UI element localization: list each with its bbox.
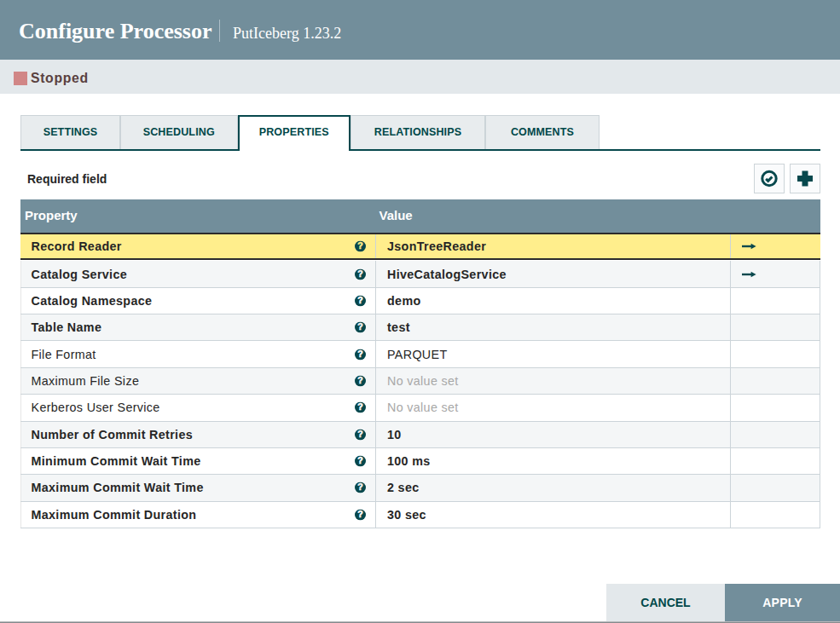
svg-text:?: ? [357, 376, 362, 386]
svg-text:?: ? [357, 349, 362, 359]
svg-text:?: ? [357, 456, 362, 466]
svg-text:?: ? [357, 268, 362, 279]
svg-text:?: ? [357, 322, 362, 332]
svg-text:?: ? [357, 482, 362, 493]
svg-text:?: ? [357, 429, 362, 439]
svg-text:?: ? [357, 402, 362, 412]
svg-text:?: ? [357, 295, 362, 305]
svg-text:?: ? [357, 509, 362, 519]
svg-text:?: ? [357, 240, 362, 251]
